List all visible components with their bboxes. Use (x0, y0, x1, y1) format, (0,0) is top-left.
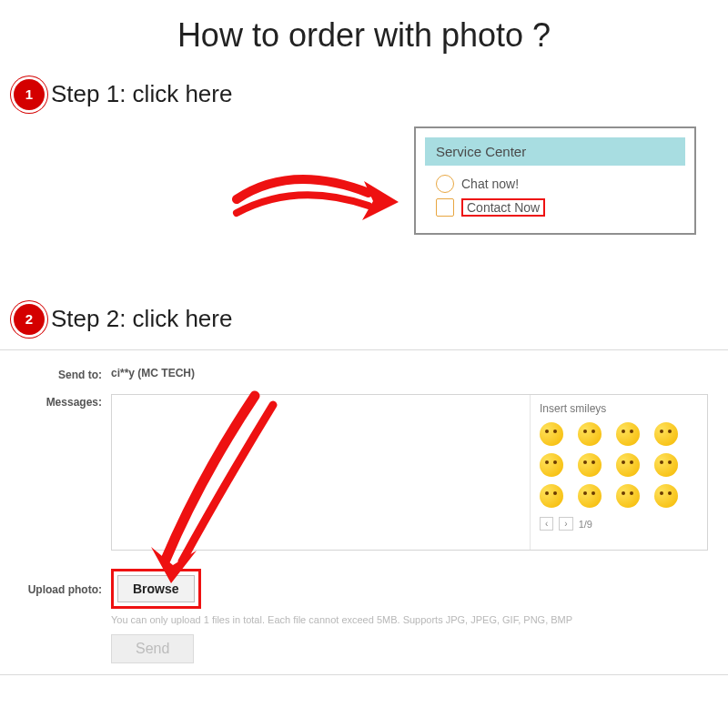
smiley-icon[interactable] (616, 453, 640, 477)
smiley-icon[interactable] (540, 422, 563, 446)
page-title: How to order with photo ? (0, 0, 728, 80)
sendto-value: ci**y (MC TECH) (111, 367, 195, 379)
arrow-annotation-icon (146, 387, 300, 587)
smiley-icon[interactable] (540, 484, 563, 508)
chat-now-row[interactable]: Chat now! (436, 175, 674, 193)
step1-label: Step 1: click here (51, 80, 232, 108)
smiley-icon[interactable] (540, 453, 563, 477)
smiley-icon[interactable] (616, 422, 640, 446)
smileys-title: Insert smileys (540, 402, 698, 415)
messages-label: Messages: (20, 394, 111, 409)
pager-next-button[interactable]: › (559, 517, 572, 531)
step1-badge: 1 (16, 82, 42, 107)
smiley-icon[interactable] (654, 453, 678, 477)
mail-icon (436, 198, 454, 217)
smiley-icon[interactable] (578, 484, 602, 508)
upload-row: Upload photo: Browse (20, 569, 708, 609)
contact-now-highlight: Contact Now (461, 198, 545, 217)
chat-face-icon (436, 175, 454, 193)
smiley-icon[interactable] (578, 453, 602, 477)
upload-hint: You can only upload 1 files in total. Ea… (111, 614, 708, 625)
contact-now-label: Contact Now (467, 200, 540, 215)
upload-label: Upload photo: (20, 581, 111, 596)
send-button[interactable]: Send (111, 634, 194, 663)
step2-number: 2 (25, 311, 33, 327)
step1-row: 1 Step 1: click here (16, 80, 728, 108)
smiley-grid (540, 422, 698, 508)
smiley-pager: ‹ › 1/9 (540, 517, 698, 531)
chat-now-label: Chat now! (461, 177, 519, 191)
sendto-label: Send to: (20, 367, 111, 381)
arrow-annotation-icon (228, 149, 400, 249)
smiley-icon[interactable] (578, 422, 602, 446)
step2-badge: 2 (16, 307, 42, 332)
step2-row: 2 Step 2: click here (16, 305, 728, 333)
step2-label: Step 2: click here (51, 305, 232, 333)
service-center-box: Service Center Chat now! Contact Now (414, 126, 696, 235)
pager-page: 1/9 (579, 519, 592, 530)
contact-form: Send to: ci**y (MC TECH) Messages: Inser… (0, 349, 728, 675)
smileys-panel: Insert smileys (530, 395, 707, 550)
sendto-line: Send to: ci**y (MC TECH) (20, 367, 708, 381)
contact-now-row[interactable]: Contact Now (436, 198, 674, 217)
smiley-icon[interactable] (616, 484, 640, 508)
step1-number: 1 (25, 86, 33, 102)
svg-marker-0 (362, 181, 399, 220)
service-area: Service Center Chat now! Contact Now (0, 117, 728, 290)
smiley-icon[interactable] (654, 484, 678, 508)
smiley-icon[interactable] (654, 422, 678, 446)
service-center-header: Service Center (425, 137, 685, 166)
messages-line: Messages: Insert smileys (20, 394, 708, 551)
pager-prev-button[interactable]: ‹ (540, 517, 553, 531)
